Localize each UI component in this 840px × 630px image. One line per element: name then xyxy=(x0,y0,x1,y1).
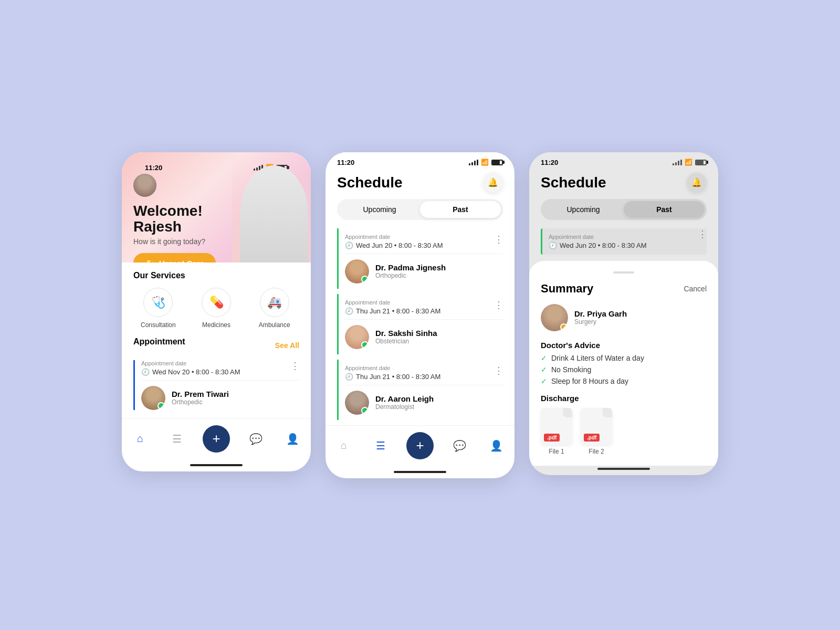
clock-icon-s2-3: 🕗 xyxy=(345,373,353,381)
file-item-2[interactable]: .pdf File 2 xyxy=(581,408,612,455)
tab-switcher-2: Upcoming Past xyxy=(337,199,503,220)
schedule-title-3: Schedule xyxy=(541,174,606,191)
appt-label-s2-2: Appointment date xyxy=(345,299,494,306)
clock-icon-s2-1: 🕗 xyxy=(345,242,353,249)
doctor-specialty-s2-3: Dermatologist xyxy=(375,403,434,411)
grey-appointment-card: Appointment date 🕗 Wed Jun 20 • 8:00 - 8… xyxy=(541,228,707,255)
doctor-name-s2-2: Dr. Sakshi Sinha xyxy=(375,329,437,338)
nav-schedule-2[interactable]: ☰ xyxy=(370,435,392,457)
doctor-avatar-1 xyxy=(141,386,165,410)
notification-bell-button-2[interactable]: 🔔 xyxy=(483,173,503,193)
appt-time-s2-1: 🕗 Wed Jun 20 • 8:00 - 8:30 AM xyxy=(345,242,494,249)
nav-add-button-2[interactable]: + xyxy=(406,432,434,459)
signal-icon-2 xyxy=(469,160,478,165)
more-options-s2-3[interactable]: ⋮ xyxy=(494,365,503,376)
tab-past-3[interactable]: Past xyxy=(624,201,705,218)
service-ambulance[interactable]: 🚑 Ambulance xyxy=(249,288,299,329)
tab-upcoming-3[interactable]: Upcoming xyxy=(543,201,624,218)
service-consultation[interactable]: 🩺 Consultation xyxy=(133,288,183,329)
nav-home-2[interactable]: ⌂ xyxy=(333,435,355,457)
service-medicines[interactable]: 💊 Medicines xyxy=(192,288,242,329)
appointment-section: Appointment See All Appointment date 🕗 W… xyxy=(122,337,311,418)
summary-header: Summary Cancel xyxy=(541,282,707,296)
doctor-row-s2-3: Dr. Aaron Leigh Dermatologist xyxy=(345,391,503,415)
nav-list-1[interactable]: ☰ xyxy=(166,428,188,450)
see-all-link[interactable]: See All xyxy=(275,341,299,350)
file-label-2: File 2 xyxy=(589,448,604,455)
doctor-name-1: Dr. Prem Tiwari xyxy=(172,390,229,398)
doctor-info-s2-3: Dr. Aaron Leigh Dermatologist xyxy=(375,394,434,411)
appt-item-header-1: Appointment date 🕗 Wed Jun 20 • 8:00 - 8… xyxy=(345,234,503,249)
appt-info-1: Appointment date 🕗 Wed Jun 20 • 8:00 - 8… xyxy=(345,234,494,249)
advice-item-1: ✓ Drink 4 Liters of Water a day xyxy=(541,354,707,362)
battery-icon-3 xyxy=(695,160,707,165)
bottom-nav-1: ⌂ ☰ + 💬 👤 xyxy=(122,418,311,462)
phone-schedule: 11:20 📶 Schedule 🔔 Upcoming Past xyxy=(326,152,514,478)
appointment-section-title: Appointment xyxy=(133,337,185,346)
urgent-care-button[interactable]: 🔔 Urgent Care xyxy=(133,253,216,262)
appointment-header: Appointment See All xyxy=(133,337,299,354)
wifi-icon-3: 📶 xyxy=(685,159,692,166)
summary-doctor-avatar xyxy=(541,304,568,331)
screens-container: 11:20 📶 🔔 Welcom xyxy=(122,152,718,478)
appointment-list-2: Appointment date 🕗 Wed Jun 20 • 8:00 - 8… xyxy=(326,228,514,425)
status-time-2: 11:20 xyxy=(337,159,354,166)
home-indicator-3 xyxy=(597,468,650,470)
doctor-specialty-s2-2: Obstetrician xyxy=(375,338,437,345)
file-item-1[interactable]: .pdf File 1 xyxy=(541,408,572,455)
nav-profile-1[interactable]: 👤 xyxy=(281,428,303,450)
nav-chat-1[interactable]: 💬 xyxy=(245,428,267,450)
appt-label-s2-3: Appointment date xyxy=(345,365,494,371)
phone-summary: 11:20 📶 Schedule 🔔 Upcoming Past Appoint… xyxy=(529,152,718,475)
appt-info-2: Appointment date 🕗 Thu Jun 21 • 8:00 - 8… xyxy=(345,299,494,315)
battery-icon-2 xyxy=(491,160,503,165)
doctor-avatar-s2-3 xyxy=(345,391,369,415)
nav-add-button-1[interactable]: + xyxy=(203,425,230,453)
appointment-item-3: Appointment date 🕗 Thu Jun 21 • 8:00 - 8… xyxy=(337,360,503,420)
more-options-s2-1[interactable]: ⋮ xyxy=(494,234,503,245)
summary-online-dot xyxy=(560,323,568,331)
doctor-row-s2-1: Dr. Padma Jignesh Orthopedic xyxy=(345,259,503,284)
consultation-label: Consultation xyxy=(141,321,176,329)
status-bar-2: 11:20 📶 xyxy=(326,152,514,169)
grey-appt-label: Appointment date xyxy=(549,234,700,240)
grey-appt-time: 🕗 Wed Jun 20 • 8:00 - 8:30 AM xyxy=(549,242,700,249)
clock-icon-1: 🕗 xyxy=(141,368,150,376)
more-options-button-1[interactable]: ⋮ xyxy=(290,360,299,372)
tab-switcher-3: Upcoming Past xyxy=(541,199,707,220)
tab-past-2[interactable]: Past xyxy=(420,201,501,218)
online-indicator-s2-3 xyxy=(361,407,369,414)
status-icons-3: 📶 xyxy=(673,159,707,166)
urgent-icon: 🔔 xyxy=(145,258,155,262)
nav-chat-2[interactable]: 💬 xyxy=(448,435,470,457)
services-title: Our Services xyxy=(133,271,299,280)
status-icons-2: 📶 xyxy=(469,159,503,166)
pdf-badge-2: .pdf xyxy=(584,434,600,442)
online-indicator-1 xyxy=(158,402,165,410)
sheet-handle xyxy=(613,271,634,274)
online-indicator-s2-1 xyxy=(361,276,369,283)
summary-doctor-name: Dr. Priya Garh xyxy=(574,309,627,318)
more-options-s2-2[interactable]: ⋮ xyxy=(494,299,503,311)
ambulance-icon: 🚑 xyxy=(260,288,289,317)
summary-doctor-row: Dr. Priya Garh Surgery xyxy=(541,304,707,331)
online-indicator-s2-2 xyxy=(361,341,369,349)
doctor-name-s2-1: Dr. Padma Jignesh xyxy=(375,263,446,272)
doctor-name-s2-3: Dr. Aaron Leigh xyxy=(375,394,434,403)
tab-upcoming-2[interactable]: Upcoming xyxy=(339,201,420,218)
cancel-button[interactable]: Cancel xyxy=(684,285,707,293)
welcome-title: Welcome! Rajesh xyxy=(133,203,299,236)
advice-title: Doctor's Advice xyxy=(541,341,707,350)
notification-bell-button-3[interactable]: 🔔 xyxy=(687,173,707,193)
schedule-header-3: Schedule 🔔 xyxy=(529,169,718,199)
home-indicator-2 xyxy=(394,471,446,473)
nav-home-1[interactable]: ⌂ xyxy=(129,428,151,450)
ambulance-label: Ambulance xyxy=(259,321,290,329)
grey-clock-icon: 🕗 xyxy=(549,242,557,249)
grey-more-options[interactable]: ⋮ xyxy=(698,228,707,240)
nav-profile-2[interactable]: 👤 xyxy=(485,435,507,457)
summary-sheet: Summary Cancel Dr. Priya Garh Surgery Do… xyxy=(529,261,718,466)
bottom-nav-2: ⌂ ☰ + 💬 👤 xyxy=(326,425,514,469)
appt-label-s2-1: Appointment date xyxy=(345,234,494,240)
discharge-section: Discharge .pdf File 1 .pdf File 2 xyxy=(541,394,707,455)
